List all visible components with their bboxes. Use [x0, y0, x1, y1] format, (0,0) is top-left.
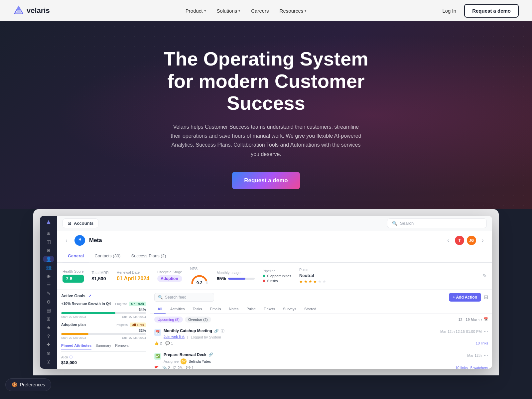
sidebar-icon-grid[interactable]: ⊞ — [43, 230, 54, 236]
hero-title: The Operating System for modern Customer… — [150, 48, 382, 114]
sidebar-icon-chart2[interactable]: ⊞ — [43, 316, 54, 322]
sidebar-icon-user2[interactable]: ⊛ — [43, 350, 54, 356]
tab-general[interactable]: General — [63, 250, 89, 262]
meeting-more-icon[interactable]: ··· — [484, 329, 488, 334]
assignee-name: Belinda Yates — [189, 359, 211, 363]
pulse-stars: ★ ★ ★ ★ ★ ★ — [299, 279, 326, 284]
chevron-down-icon: ▾ — [305, 9, 307, 13]
sidebar-icon-add[interactable]: ✚ — [43, 342, 54, 348]
nav-careers[interactable]: Careers — [251, 8, 269, 14]
sidebar-icon-down[interactable]: ⊻ — [43, 359, 54, 365]
search-bar[interactable]: 🔍 Search — [387, 218, 487, 228]
prev-account-arrow[interactable]: ‹ — [63, 236, 70, 244]
feed-tab-pulse[interactable]: Pulse — [243, 305, 259, 314]
hero-cta-button[interactable]: Request a demo — [232, 172, 300, 189]
goal-2-progress-bar — [61, 333, 146, 335]
login-link[interactable]: Log In — [442, 8, 456, 14]
tab-success-plans[interactable]: Success Plans (2) — [126, 250, 171, 262]
account-name: Meta — [89, 237, 102, 244]
main-content: ⊡ Accounts 🔍 Search ‹ ᴹ Meta ‹ T — [57, 216, 492, 369]
request-demo-button[interactable]: Request a demo — [464, 4, 519, 18]
metric-renewal: Renewal Date 01 April 2024 — [117, 270, 149, 282]
feed-item-meeting-header: 📅 Monthly Catchup Meeting 🔗 ⓘ — [154, 329, 488, 340]
edit-metrics-icon[interactable]: ✎ — [482, 273, 487, 279]
nav-solutions[interactable]: Solutions ▾ — [217, 8, 241, 14]
feed-tab-tickets[interactable]: Tickets — [260, 305, 278, 314]
sidebar-icon-star[interactable]: ★ — [43, 325, 54, 331]
task-links-watchers: 10 links 5 watchers — [456, 366, 488, 369]
feed-filter-icon[interactable]: ⊟ — [484, 294, 488, 300]
sidebar-icon-chart[interactable]: ◫ — [43, 239, 54, 245]
star-5: ★ — [318, 279, 322, 284]
task-links[interactable]: 10 links — [456, 366, 468, 369]
filter-overdue[interactable]: Overdue (2) — [185, 317, 211, 323]
meeting-logged-by: | — [187, 335, 188, 339]
calendar-icon[interactable]: 📅 — [483, 317, 488, 322]
sidebar-icon-pen[interactable]: ✎ — [43, 290, 54, 296]
attr-arr: ARR ⓘ $18,000 — [61, 355, 146, 365]
task-date: Mar 12th — [467, 353, 481, 357]
goal-1-header: +10% Revenue Growth in Q4 Progress On Tr… — [61, 302, 146, 306]
feed-item-task-header: ✅ Prepare Renewal Deck 🔗 Assignee — [154, 352, 488, 364]
task-checkmark-icon: ✅ — [154, 353, 161, 360]
sidebar-icon-settings[interactable]: ⚙ — [43, 299, 54, 305]
tab-renewal[interactable]: Renewal — [115, 343, 129, 349]
pipeline-risks: 6 risks — [263, 279, 291, 283]
sidebar-icon-users[interactable]: 👥 — [43, 265, 54, 271]
feed-tab-emails[interactable]: Emails — [207, 305, 224, 314]
tab-contacts[interactable]: Contacts (30) — [89, 250, 126, 262]
feed-search-bar[interactable]: 🔍 Search feed — [154, 293, 214, 302]
nav-product[interactable]: Product ▾ — [186, 8, 206, 14]
add-action-button[interactable]: + Add Action — [449, 293, 481, 302]
sidebar-icon-book[interactable]: ☰ — [43, 282, 54, 288]
feed-item-task-content: Prepare Renewal Deck 🔗 Assignee BY Belin… — [164, 352, 213, 364]
metric-lifecycle: Lifecycle Stage Adoption — [157, 270, 182, 282]
feed-tab-notes[interactable]: Notes — [226, 305, 242, 314]
task-link-icon: 🔗 — [208, 352, 213, 357]
meeting-links[interactable]: 10 links — [476, 341, 488, 345]
feed-header: 🔍 Search feed + Add Action ⊟ — [150, 290, 492, 305]
task-flag[interactable]: 🚩 — [154, 366, 159, 369]
prev-date-icon[interactable]: ‹ — [478, 318, 480, 322]
goal-2-meta: Start: 27 Mar 2023 Due: 27 Mar 2024 — [61, 336, 146, 339]
account-left: ‹ ᴹ Meta — [63, 235, 102, 246]
nav-resources[interactable]: Resources ▾ — [280, 8, 307, 14]
bottom-panels: Active Goals ↗ +10% Revenue Growth in Q4… — [57, 290, 492, 369]
prev-nav-arrow[interactable]: ‹ — [444, 236, 452, 244]
goals-cursor[interactable]: ↗ — [88, 294, 91, 298]
tab-summary[interactable]: Summary — [95, 343, 111, 349]
tab-pinned-attributes[interactable]: Pinned Attributes — [61, 343, 91, 349]
feed-tab-starred[interactable]: Starred — [301, 305, 320, 314]
next-date-icon[interactable]: › — [481, 318, 482, 322]
filter-upcoming[interactable]: Upcoming (8) — [154, 317, 183, 323]
task-more-icon[interactable]: ··· — [484, 352, 488, 358]
sidebar-icon-accounts[interactable]: 👤 — [43, 256, 54, 262]
last-login-label: Last login — [61, 368, 146, 369]
meeting-comments[interactable]: 💬 1 — [165, 341, 173, 345]
sidebar-icon-network[interactable]: ⊕ — [43, 247, 54, 253]
task-comments[interactable]: 💬 1 — [186, 366, 194, 369]
red-dot-icon — [263, 280, 265, 282]
meeting-reactions[interactable]: 👍 2 — [154, 341, 162, 345]
task-tasks[interactable]: ☑ 2/4 — [173, 366, 183, 369]
meeting-title: Monthly Catchup Meeting — [164, 329, 212, 333]
left-panel: Active Goals ↗ +10% Revenue Growth in Q4… — [57, 290, 150, 369]
sidebar-icon-circle[interactable]: ◉ — [43, 273, 54, 279]
meeting-join-link[interactable]: Join web link — [164, 334, 185, 338]
accounts-badge[interactable]: ⊡ Accounts — [63, 218, 98, 228]
sidebar-icon-question[interactable]: ? — [43, 333, 54, 339]
avatar-red: T — [455, 236, 464, 245]
sidebar-icon-layers[interactable]: ▤ — [43, 307, 54, 313]
feed-tab-tasks[interactable]: Tasks — [189, 305, 205, 314]
feed-tab-all[interactable]: All — [154, 305, 166, 314]
feed-tab-surveys[interactable]: Surveys — [280, 305, 300, 314]
chevron-down-icon: ▾ — [204, 9, 206, 13]
preferences-button[interactable]: 🍪 Preferences — [5, 378, 51, 391]
next-nav-arrow[interactable]: › — [479, 236, 487, 244]
logo[interactable]: velaris — [13, 5, 50, 16]
nav-links: Product ▾ Solutions ▾ Careers Resources … — [66, 8, 427, 14]
feed-tab-activities[interactable]: Activities — [167, 305, 188, 314]
search-placeholder: Search — [400, 221, 414, 226]
task-watchers[interactable]: 5 watchers — [470, 366, 488, 369]
task-paperclip[interactable]: 📎 2 — [162, 366, 170, 369]
